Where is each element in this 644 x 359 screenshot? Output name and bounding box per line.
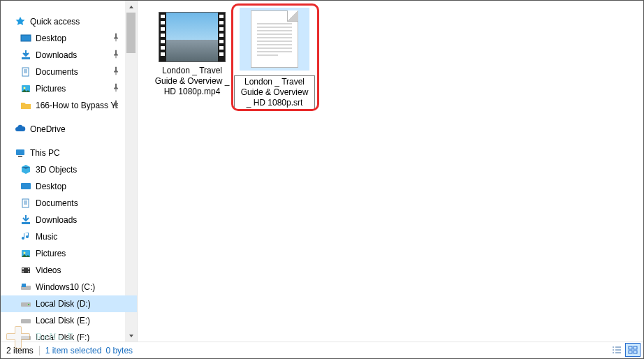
svg-rect-17	[28, 272, 29, 273]
sidebar-item-pictures-2[interactable]: Pictures	[1, 245, 137, 262]
sidebar-item-label: Pictures	[36, 249, 66, 258]
sidebar-item-label: Desktop	[36, 182, 66, 191]
sidebar-item-folder[interactable]: 166-How to Bypass You	[1, 97, 137, 114]
sidebar-item-label: Documents	[36, 198, 78, 208]
sidebar-item-label: OneDrive	[30, 124, 66, 134]
sidebar-item-label: 166-How to Bypass You	[36, 101, 118, 110]
sidebar-item-label: Desktop	[36, 34, 66, 43]
svg-point-12	[24, 252, 26, 254]
sidebar-item-drive-d[interactable]: Local Disk (D:)	[1, 295, 137, 312]
desktop-icon	[20, 181, 31, 192]
sidebar-item-3d-objects[interactable]: 3D Objects	[1, 161, 137, 178]
svg-rect-16	[28, 268, 29, 270]
sidebar-onedrive[interactable]: OneDrive	[1, 121, 137, 138]
status-size: 0 bytes	[105, 346, 133, 356]
sidebar-item-label: Videos	[36, 265, 61, 275]
svg-rect-27	[634, 351, 637, 353]
file-item-srt[interactable]: London _ Travel Guide & Overview _ HD 10…	[234, 8, 315, 110]
file-name-label: London _ Travel Guide & Overview _ HD 10…	[152, 65, 233, 98]
sidebar-item-documents[interactable]: Documents	[1, 64, 137, 80]
desktop-icon	[20, 33, 31, 44]
sidebar-item-drive-c[interactable]: Windows10 (C:)	[1, 279, 137, 295]
star-icon	[15, 16, 26, 27]
pin-icon	[112, 101, 120, 111]
pictures-icon	[20, 83, 31, 94]
drive-windows-icon	[20, 281, 31, 293]
drive-icon	[20, 332, 31, 342]
sidebar-this-pc[interactable]: This PC	[1, 145, 137, 161]
downloads-icon	[20, 214, 31, 226]
sidebar-item-label: Local Disk (F:)	[36, 332, 89, 342]
svg-rect-8	[21, 183, 31, 189]
svg-rect-10	[22, 222, 30, 224]
view-details-button[interactable]	[609, 343, 624, 357]
svg-rect-14	[22, 268, 24, 270]
documents-icon	[20, 66, 31, 78]
svg-rect-2	[22, 57, 30, 59]
svg-rect-6	[16, 149, 24, 155]
navigation-pane[interactable]: Quick access Desktop Downloads Documents…	[1, 1, 138, 342]
cloud-icon	[15, 124, 26, 135]
downloads-icon	[20, 50, 31, 61]
sidebar-item-label: Music	[36, 232, 57, 242]
pin-icon	[112, 50, 120, 61]
file-list[interactable]: London _ Travel Guide & Overview _ HD 10…	[138, 1, 643, 342]
drive-icon	[20, 315, 31, 326]
computer-icon	[15, 147, 26, 159]
sidebar-item-videos[interactable]: Videos	[1, 262, 137, 279]
sidebar-item-label: Local Disk (E:)	[36, 316, 90, 325]
sidebar-item-label: Pictures	[36, 84, 66, 94]
svg-rect-23	[21, 336, 31, 340]
chevron-down-icon	[6, 149, 13, 156]
sidebar-item-documents-2[interactable]: Documents	[1, 195, 137, 212]
drive-icon	[20, 298, 31, 309]
pin-icon	[112, 67, 120, 78]
sidebar-item-music[interactable]: Music	[1, 228, 137, 245]
sidebar-item-drive-e[interactable]: Local Disk (E:)	[1, 312, 137, 329]
svg-rect-19	[22, 284, 26, 287]
svg-rect-15	[22, 272, 24, 273]
sidebar-item-label: Downloads	[36, 50, 77, 60]
sidebar-item-label: Downloads	[36, 215, 77, 225]
status-bar: 2 items 1 item selected 0 bytes	[1, 342, 643, 358]
sidebar-item-desktop[interactable]: Desktop	[1, 30, 137, 47]
sidebar-item-label: Quick access	[30, 17, 80, 27]
svg-rect-0	[21, 35, 31, 41]
sidebar-item-downloads[interactable]: Downloads	[1, 47, 137, 64]
text-file-icon	[251, 10, 298, 68]
file-name-label: London _ Travel Guide & Overview _ HD 10…	[234, 75, 315, 110]
sidebar-item-drive-f[interactable]: Local Disk (F:)	[1, 329, 137, 342]
chevron-right-icon	[6, 126, 13, 133]
sidebar-item-label: Local Disk (D:)	[36, 299, 91, 309]
documents-icon	[20, 198, 31, 209]
pin-icon	[112, 84, 120, 94]
svg-rect-21	[28, 304, 29, 305]
music-icon	[20, 231, 31, 242]
svg-rect-26	[629, 351, 632, 353]
sidebar-item-pictures[interactable]: Pictures	[1, 80, 137, 97]
folder-icon	[20, 100, 31, 111]
pin-icon	[112, 34, 120, 44]
sidebar-item-label: 3D Objects	[36, 165, 77, 175]
sidebar-item-label: Windows10 (C:)	[36, 282, 95, 292]
video-thumbnail	[159, 12, 226, 62]
sidebar-item-desktop-2[interactable]: Desktop	[1, 178, 137, 195]
status-selection: 1 item selected	[45, 346, 102, 356]
svg-rect-25	[634, 346, 637, 349]
svg-rect-7	[18, 156, 22, 157]
chevron-down-icon	[6, 18, 13, 25]
svg-rect-9	[22, 199, 29, 207]
sidebar-item-label: This PC	[30, 148, 60, 158]
sidebar-quick-access[interactable]: Quick access	[1, 13, 137, 30]
svg-rect-3	[22, 68, 29, 76]
sidebar-item-label: Documents	[36, 67, 78, 77]
cube-icon	[20, 164, 31, 175]
svg-rect-24	[629, 346, 632, 349]
file-item-video[interactable]: London _ Travel Guide & Overview _ HD 10…	[152, 12, 233, 98]
svg-point-5	[24, 87, 26, 89]
svg-rect-22	[21, 319, 31, 323]
sidebar-item-downloads-2[interactable]: Downloads	[1, 212, 137, 228]
view-large-icons-button[interactable]	[625, 343, 641, 357]
videos-icon	[20, 265, 31, 276]
status-item-count: 2 items	[6, 346, 34, 356]
